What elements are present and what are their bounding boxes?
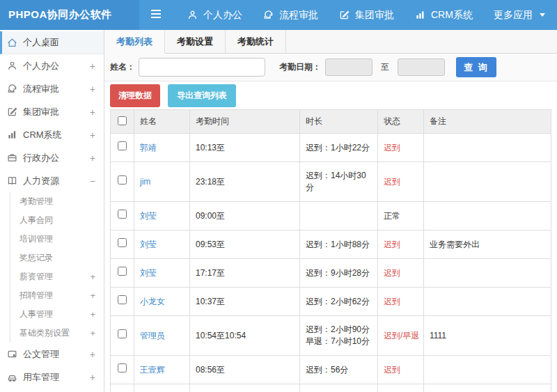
row-checkbox[interactable] xyxy=(118,141,127,150)
sidebar-item-admin-office[interactable]: 行政办公 + xyxy=(0,146,104,169)
nav-item-more-apps[interactable]: 更多应用 xyxy=(483,0,556,30)
table-row: jim 23:18至 迟到：14小时30分 迟到 xyxy=(111,162,551,202)
name-input[interactable] xyxy=(139,58,265,77)
tab-attendance-statistics[interactable]: 考勤统计 xyxy=(226,30,286,53)
edit-icon xyxy=(7,107,17,117)
row-checkbox[interactable] xyxy=(118,329,127,338)
duration: 迟到：1小时22分 xyxy=(300,134,378,162)
sidebar-item-human-resources[interactable]: 人力资源 − xyxy=(0,169,104,192)
expand-plus-icon[interactable]: + xyxy=(90,107,95,118)
expand-plus-icon[interactable]: + xyxy=(90,84,95,95)
note xyxy=(424,259,551,288)
expand-plus-icon[interactable]: + xyxy=(90,130,95,141)
employee-name-link[interactable]: 管理员 xyxy=(140,331,165,340)
app-window: PHPOA协同办公软件 个人办公 流程审批 xyxy=(0,0,557,392)
select-all-checkbox[interactable] xyxy=(118,116,127,125)
employee-name-link[interactable]: jim xyxy=(140,177,150,187)
attendance-date-label: 考勤日期： xyxy=(279,61,321,73)
sidebar-item-label: 个人办公 xyxy=(23,60,59,72)
sidebar-subitem-label: 人事管理 xyxy=(19,308,53,320)
sidebar-item-crm-system[interactable]: CRM系统 + xyxy=(0,123,104,146)
sidebar-subitem-attendance-management[interactable]: 考勤管理 xyxy=(10,192,104,211)
sidebar-item-personal-office[interactable]: 个人办公 + xyxy=(0,54,104,77)
document-icon xyxy=(7,349,17,359)
duration: 迟到：1小时88分 xyxy=(300,230,378,259)
attendance-time: 23:18至 xyxy=(190,162,300,202)
row-checkbox[interactable] xyxy=(118,295,127,304)
sidebar-item-label: 个人桌面 xyxy=(23,36,59,49)
row-checkbox[interactable] xyxy=(118,267,127,276)
employee-name-link[interactable]: 郭靖 xyxy=(140,143,157,152)
sidebar-subitem-basic-category-settings[interactable]: 基础类别设置 + xyxy=(10,324,104,343)
sidebar-subitem-label: 招聘管理 xyxy=(19,290,53,301)
column-header-status: 状态 xyxy=(378,110,424,134)
attendance-time: 17:17至 xyxy=(190,259,300,288)
top-header-bar: PHPOA协同办公软件 个人办公 流程审批 xyxy=(0,0,557,30)
sidebar-subitem-recruit-management[interactable]: 招聘管理 + xyxy=(10,286,104,305)
status-badge: 迟到 xyxy=(378,288,424,316)
sidebar-item-document-management[interactable]: 公文管理 + xyxy=(0,343,104,366)
employee-name-link[interactable]: 刘莹 xyxy=(140,268,157,278)
sidebar-subitem-salary-management[interactable]: 薪资管理 + xyxy=(10,267,104,286)
attendance-table-container: 姓名 考勤时间 时长 状态 备注 郭靖 10:13至 迟到：1小时22分 xyxy=(104,109,557,392)
tab-attendance-settings[interactable]: 考勤设置 xyxy=(165,30,226,53)
sidebar-item-label: 公文管理 xyxy=(23,348,59,361)
table-row: 管理员 10:54至10:54 迟到：2小时90分 早退：7小时10分 迟到/早… xyxy=(111,316,551,356)
top-navigation: 个人办公 流程审批 集团审批 CRM系统 更多应用 xyxy=(177,0,556,30)
tab-attendance-list[interactable]: 考勤列表 xyxy=(104,30,165,54)
export-list-button[interactable]: 导出查询列表 xyxy=(168,84,236,107)
duration xyxy=(300,202,378,230)
nav-label: CRM系统 xyxy=(431,9,473,22)
row-checkbox[interactable] xyxy=(118,238,127,247)
expand-plus-icon[interactable]: + xyxy=(90,309,95,320)
nav-label: 个人办公 xyxy=(203,9,242,22)
employee-name-link[interactable]: 刘莹 xyxy=(140,240,157,249)
row-checkbox[interactable] xyxy=(118,175,127,185)
flow-icon xyxy=(263,10,274,20)
person-icon xyxy=(7,61,17,71)
expand-plus-icon[interactable]: + xyxy=(90,349,95,360)
table-row: 郭靖 10:13至 迟到：1小时22分 迟到 xyxy=(111,134,551,162)
clean-data-button[interactable]: 清理数据 xyxy=(110,84,160,107)
expand-plus-icon[interactable]: + xyxy=(90,272,95,282)
date-to-input[interactable] xyxy=(398,58,445,76)
employee-name-link[interactable]: 王壹辉 xyxy=(140,365,165,375)
employee-name-link[interactable]: 小龙女 xyxy=(140,297,165,306)
row-checkbox[interactable] xyxy=(118,210,127,219)
nav-item-group-approval[interactable]: 集团审批 xyxy=(329,0,405,30)
sidebar-item-personal-desktop[interactable]: 个人桌面 xyxy=(0,31,104,54)
attendance-time: 13:20至13:20 xyxy=(190,384,300,392)
collapse-minus-icon[interactable]: − xyxy=(90,175,95,187)
sidebar-item-group-approval[interactable]: 集团审批 + xyxy=(0,100,104,123)
attendance-time: 10:37至 xyxy=(190,288,300,316)
hr-submenu: 考勤管理 人事合同 培训管理 奖惩记录 薪资管理 + 招聘管理 + xyxy=(10,192,104,343)
sidebar-subitem-personnel-management[interactable]: 人事管理 + xyxy=(10,305,104,324)
nav-item-flow-approval[interactable]: 流程审批 xyxy=(253,0,329,30)
action-toolbar: 清理数据 导出查询列表 xyxy=(104,81,557,109)
sidebar-subitem-hr-contract[interactable]: 人事合同 xyxy=(10,211,104,230)
expand-plus-icon[interactable]: + xyxy=(90,290,95,301)
expand-plus-icon[interactable]: + xyxy=(90,328,95,338)
sidebar-item-vehicle-management[interactable]: 用车管理 + xyxy=(0,366,104,389)
note: 业务需要外出 xyxy=(424,230,551,259)
employee-name-link[interactable]: 刘莹 xyxy=(140,211,157,221)
row-checkbox[interactable] xyxy=(118,363,127,373)
sidebar-subitem-reward-punishment[interactable]: 奖惩记录 xyxy=(10,249,104,267)
nav-item-crm-system[interactable]: CRM系统 xyxy=(405,0,483,30)
expand-plus-icon[interactable]: + xyxy=(90,61,95,72)
expand-plus-icon[interactable]: + xyxy=(90,152,95,164)
table-row: 小龙女 10:37至 迟到：2小时62分 迟到 xyxy=(111,288,551,316)
sidebar-item-flow-approval[interactable]: 流程审批 + xyxy=(0,77,104,100)
duration: 迟到：2小时90分 早退：7小时10分 xyxy=(300,316,378,356)
nav-label: 集团审批 xyxy=(355,9,394,22)
nav-item-personal-office[interactable]: 个人办公 xyxy=(177,0,253,30)
expand-plus-icon[interactable]: + xyxy=(90,372,95,383)
sidebar: 个人桌面 个人办公 + 流程审批 + 集团审批 xyxy=(0,30,104,392)
search-button[interactable]: 查 询 xyxy=(456,57,496,77)
sidebar-item-label: 集团审批 xyxy=(23,106,59,118)
table-header-row: 姓名 考勤时间 时长 状态 备注 xyxy=(111,110,551,134)
date-from-input[interactable] xyxy=(325,58,372,76)
edit-icon xyxy=(339,10,350,20)
hamburger-menu-button[interactable] xyxy=(139,0,173,30)
sidebar-subitem-training-management[interactable]: 培训管理 xyxy=(10,230,104,249)
